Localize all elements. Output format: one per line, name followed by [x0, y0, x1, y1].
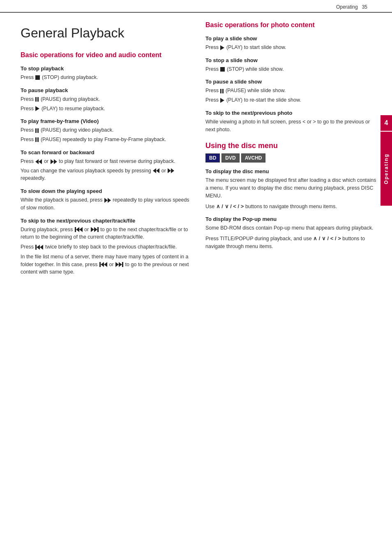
stop-icon	[35, 75, 40, 80]
pause-icon-2	[35, 128, 39, 133]
stop-slideshow-text: Press (STOP) while slide show.	[205, 65, 378, 73]
disc-badges: BD DVD AVCHD	[205, 153, 378, 162]
subsection-pause-slideshow: To pause a slide show Press (PAUSE) whil…	[205, 79, 378, 104]
left-column: General Playback Basic operations for vi…	[21, 21, 193, 282]
page-container: Operating 35 4 Operating General Playbac…	[0, 0, 392, 557]
header-section-page: Operating 35	[336, 4, 367, 10]
subsection-scan: To scan forward or backward Press or to …	[21, 149, 193, 182]
skip-photo-text: While viewing a photo in full screen, pr…	[205, 118, 378, 134]
right-column: Basic operations for photo content To pl…	[205, 21, 378, 282]
subsection-stop-playback: To stop playback Press (STOP) during pla…	[21, 65, 193, 81]
play-icon	[35, 106, 39, 111]
left-section-1-heading: Basic operations for video and audio con…	[21, 51, 193, 60]
popup-menu-text1: Some BD-ROM discs contain Pop-up menu th…	[205, 224, 378, 232]
badge-dvd: DVD	[221, 153, 239, 162]
badge-avchd: AVCHD	[241, 153, 266, 162]
scan-text2: You can change the various playback spee…	[21, 167, 193, 183]
subsection-pause-playback: To pause playback Press (PAUSE) during p…	[21, 87, 193, 113]
skip-text3: In the file list menu of a server, there…	[21, 253, 193, 276]
disc-menu-subheading: To display the disc menu	[205, 168, 378, 174]
rew-icon-2	[153, 168, 159, 173]
left-section-1: Basic operations for video and audio con…	[21, 51, 193, 276]
scan-heading: To scan forward or backward	[21, 149, 193, 155]
frame-by-frame-text1: Press (PAUSE) during video playback.	[21, 126, 193, 134]
skip-fwd-icon	[91, 227, 99, 232]
subsection-skip: To skip to the next/previous chapter/tra…	[21, 218, 193, 276]
subsection-stop-slideshow: To stop a slide show Press (STOP) while …	[205, 57, 378, 73]
ff-icon-2	[168, 168, 174, 173]
play-slideshow-heading: To play a slide show	[205, 35, 378, 42]
right-section-1-heading: Basic operations for photo content	[205, 21, 378, 30]
popup-menu-text2: Press TITLE/POPUP during playback, and u…	[205, 234, 378, 251]
play-icon-3	[220, 98, 224, 103]
skip-photo-heading: To skip to the next/previous photo	[205, 110, 378, 116]
ff-icon	[51, 159, 57, 164]
header-page-number: 35	[362, 4, 367, 10]
right-section-1: Basic operations for photo content To pl…	[205, 21, 378, 133]
pause-icon-3	[35, 137, 39, 142]
skip-heading: To skip to the next/previous chapter/tra…	[21, 218, 193, 224]
pause-slideshow-heading: To pause a slide show	[205, 79, 378, 85]
disc-menu-text1: The menu screen may be displayed first a…	[205, 176, 378, 200]
skip-rew-icon	[75, 227, 83, 232]
ff-icon-3	[104, 198, 111, 203]
play-icon-2	[220, 45, 224, 50]
rew-icon	[35, 159, 42, 164]
frame-by-frame-text2: Press (PAUSE) repeatedly to play Frame-b…	[21, 136, 193, 144]
subsection-popup-menu: To display the Pop-up menu Some BD-ROM d…	[205, 216, 378, 250]
pause-slideshow-text1: Press (PAUSE) while slide show.	[205, 87, 378, 95]
popup-menu-heading: To display the Pop-up menu	[205, 216, 378, 222]
pause-icon-4	[220, 89, 224, 93]
skip-fwd-icon-2	[115, 262, 123, 267]
pause-slideshow-text2: Press (PLAY) to re-start the slide show.	[205, 96, 378, 104]
skip-rew-icon-3	[99, 262, 107, 267]
slow-text: While the playback is paused, press repe…	[21, 196, 193, 212]
stop-playback-heading: To stop playback	[21, 65, 193, 72]
stop-playback-text: Press (STOP) during playback.	[21, 74, 193, 81]
pause-icon	[35, 97, 39, 102]
disc-menu-heading: Using the disc menu	[205, 142, 378, 150]
frame-by-frame-heading: To play frame-by-frame (Video)	[21, 118, 193, 124]
subsection-skip-photo: To skip to the next/previous photo While…	[205, 110, 378, 134]
skip-text1: During playback, press or to go to the n…	[21, 226, 193, 241]
side-tab-number: 4	[380, 115, 392, 131]
subsection-play-slideshow: To play a slide show Press (PLAY) to sta…	[205, 35, 378, 51]
play-slideshow-text: Press (PLAY) to start slide show.	[205, 44, 378, 51]
pause-playback-text2: Press (PLAY) to resume playback.	[21, 105, 193, 113]
pause-playback-text1: Press (PAUSE) during playback.	[21, 95, 193, 103]
stop-slideshow-heading: To stop a slide show	[205, 57, 378, 63]
nav-symbols-2: ∧ / ∨ / < / >	[313, 235, 341, 241]
pause-playback-heading: To pause playback	[21, 87, 193, 93]
badge-bd: BD	[205, 153, 220, 162]
page-title: General Playback	[21, 25, 193, 41]
skip-rew-icon-2	[35, 245, 43, 250]
subsection-frame-by-frame: To play frame-by-frame (Video) Press (PA…	[21, 118, 193, 144]
side-tab-label: Operating	[383, 153, 389, 184]
stop-icon-2	[220, 67, 225, 72]
scan-text1: Press or to play fast forward or fast re…	[21, 158, 193, 165]
main-content: General Playback Basic operations for vi…	[0, 13, 392, 290]
page-header: Operating 35	[0, 0, 392, 13]
header-section: Operating	[336, 4, 358, 10]
nav-symbols-1: ∧ / ∨ / < / >	[216, 203, 244, 209]
skip-text2: Press twice briefly to step back to the …	[21, 243, 193, 251]
slow-heading: To slow down the playing speed	[21, 188, 193, 194]
side-tab: Operating	[380, 132, 392, 206]
subsection-disc-menu: To display the disc menu The menu screen…	[205, 168, 378, 210]
disc-menu-text2: Use ∧ / ∨ / < / > buttons to navigate th…	[205, 202, 378, 211]
right-section-2: Using the disc menu BD DVD AVCHD To disp…	[205, 142, 378, 250]
subsection-slow: To slow down the playing speed While the…	[21, 188, 193, 212]
